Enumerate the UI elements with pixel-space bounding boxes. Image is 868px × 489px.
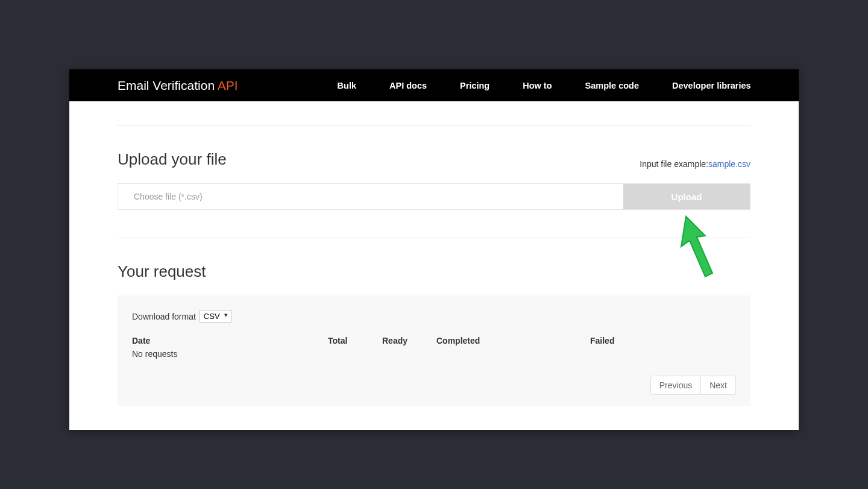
nav-sample-code[interactable]: Sample code: [585, 81, 639, 90]
app-frame: Email Verification API Bulk API docs Pri…: [69, 69, 799, 430]
upload-section: Upload your file Input file example:samp…: [118, 126, 750, 210]
nav-how-to[interactable]: How to: [523, 81, 552, 90]
nav-links: Bulk API docs Pricing How to Sample code…: [338, 81, 751, 90]
request-columns-header: Date Total Ready Completed Failed: [132, 336, 736, 345]
upload-button[interactable]: Upload: [623, 184, 750, 209]
nav-developer-libraries[interactable]: Developer libraries: [672, 81, 751, 90]
input-file-example: Input file example:sample.csv: [640, 159, 750, 169]
brand-accent: API: [218, 78, 238, 92]
request-box: Download format CSV Date Total Ready Com…: [118, 295, 750, 406]
no-requests-message: No requests: [132, 349, 736, 359]
nav-bulk[interactable]: Bulk: [338, 81, 356, 90]
nav-api-docs[interactable]: API docs: [389, 81, 427, 90]
file-input-row: Upload: [118, 183, 750, 210]
main-content: Upload your file Input file example:samp…: [69, 101, 799, 430]
sample-csv-link[interactable]: sample.csv: [708, 159, 750, 169]
nav-pricing[interactable]: Pricing: [460, 81, 489, 90]
download-format-label: Download format: [132, 312, 196, 321]
download-format-select-wrap: CSV: [200, 310, 231, 323]
previous-button[interactable]: Previous: [650, 376, 701, 395]
request-heading: Your request: [118, 262, 750, 281]
next-button[interactable]: Next: [701, 376, 736, 395]
col-ready-header: Ready: [382, 336, 436, 345]
request-section: Your request Download format CSV Date To…: [118, 238, 750, 406]
brand-logo: Email Verification API: [118, 78, 238, 93]
brand-main: Email Verification: [118, 78, 218, 92]
col-date-header: Date: [132, 336, 328, 345]
choose-file-input[interactable]: [118, 184, 623, 209]
col-total-header: Total: [328, 336, 382, 345]
download-format-select[interactable]: CSV: [200, 310, 231, 323]
upload-header: Upload your file Input file example:samp…: [118, 150, 750, 169]
top-nav: Email Verification API Bulk API docs Pri…: [69, 69, 799, 101]
upload-heading: Upload your file: [118, 150, 227, 169]
col-completed-header: Completed: [436, 336, 590, 345]
col-failed-header: Failed: [590, 336, 736, 345]
example-label: Input file example:: [640, 159, 708, 169]
download-format-row: Download format CSV: [132, 310, 736, 323]
pagination: Previous Next: [132, 376, 736, 395]
